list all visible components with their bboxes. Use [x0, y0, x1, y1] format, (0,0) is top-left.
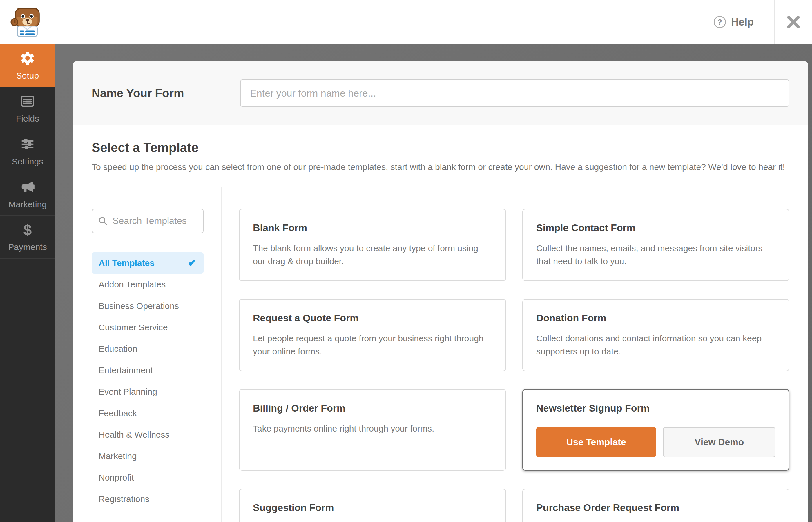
category-all-templates[interactable]: All Templates ✔ — [92, 252, 204, 274]
template-card-title: Suggestion Form — [253, 502, 492, 513]
template-card-title: Simple Contact Form — [536, 222, 775, 234]
sidebar-label: Marketing — [8, 200, 47, 209]
template-card-title: Newsletter Signup Form — [536, 403, 775, 414]
sliders-icon — [20, 136, 35, 152]
help-button[interactable]: ? Help — [714, 16, 774, 28]
category-addon-templates[interactable]: Addon Templates — [92, 274, 204, 295]
check-icon: ✔ — [188, 258, 197, 268]
template-card-newsletter-signup-form[interactable]: Newsletter Signup Form Use Template View… — [522, 389, 789, 471]
category-label: Entertainment — [99, 365, 153, 375]
blank-form-link[interactable]: blank form — [435, 162, 475, 172]
template-card-donation-form[interactable]: Donation Form Collect donations and cont… — [522, 299, 789, 371]
sidebar-label: Payments — [8, 242, 47, 252]
category-label: Customer Service — [99, 322, 168, 332]
use-template-button[interactable]: Use Template — [536, 427, 656, 457]
search-icon — [98, 216, 108, 226]
search-box — [92, 209, 204, 233]
template-card-description: Collect the names, emails, and messages … — [536, 242, 775, 268]
suggestion-link[interactable]: We’d love to hear it — [708, 162, 783, 172]
template-card-blank-form[interactable]: Blank Form The blank form allows you to … — [239, 209, 506, 281]
create-your-own-link[interactable]: create your own — [488, 162, 550, 172]
intro-text: ! — [783, 162, 785, 172]
category-label: Event Planning — [99, 387, 157, 397]
form-name-input[interactable] — [240, 79, 789, 107]
category-label: Health & Wellness — [99, 430, 170, 440]
category-label: Nonprofit — [99, 473, 134, 483]
template-card-description: Take payments online right through your … — [253, 422, 492, 435]
setup-panel: Name Your Form Select a Template To spee… — [73, 61, 808, 522]
sidebar-label: Fields — [16, 114, 39, 123]
bear-mascot-icon — [10, 5, 44, 39]
template-card-actions: Use Template View Demo — [536, 427, 775, 457]
category-feedback[interactable]: Feedback — [92, 403, 204, 424]
sidebar-item-fields[interactable]: Fields — [0, 87, 55, 130]
select-template-title: Select a Template — [92, 140, 789, 155]
template-card-title: Purchase Order Request Form — [536, 502, 775, 513]
template-category-list: All Templates ✔ Addon Templates Business… — [92, 252, 204, 510]
template-grid: Blank Form The blank form allows you to … — [239, 209, 789, 522]
builder-sidebar: Setup Fields Settings Marketing $ Paymen… — [0, 44, 55, 522]
sidebar-item-marketing[interactable]: Marketing — [0, 173, 55, 216]
select-template-intro: To speed up the process you can select f… — [92, 161, 789, 174]
category-customer-service[interactable]: Customer Service — [92, 317, 204, 338]
intro-text: To speed up the process you can select f… — [92, 162, 435, 172]
template-card-simple-contact-form[interactable]: Simple Contact Form Collect the names, e… — [522, 209, 789, 281]
view-demo-button[interactable]: View Demo — [663, 427, 775, 457]
template-card-billing-order-form[interactable]: Billing / Order Form Take payments onlin… — [239, 389, 506, 471]
dollar-icon: $ — [23, 222, 32, 238]
category-label: Registrations — [99, 494, 149, 504]
category-label: Education — [99, 344, 137, 354]
category-label: Marketing — [99, 451, 137, 461]
category-label: Addon Templates — [99, 280, 166, 289]
template-card-title: Billing / Order Form — [253, 403, 492, 414]
help-icon: ? — [714, 16, 726, 28]
help-label: Help — [731, 16, 754, 28]
gear-icon — [20, 51, 35, 66]
name-your-form-label: Name Your Form — [92, 87, 240, 100]
category-label: Business Operations — [99, 301, 179, 311]
sidebar-label: Setup — [16, 71, 39, 81]
template-card-request-quote-form[interactable]: Request a Quote Form Let people request … — [239, 299, 506, 371]
sidebar-label: Settings — [12, 157, 43, 166]
close-button[interactable] — [774, 0, 812, 44]
category-event-planning[interactable]: Event Planning — [92, 381, 204, 403]
name-your-form-section: Name Your Form — [73, 61, 808, 125]
category-label: Feedback — [99, 408, 137, 418]
template-card-suggestion-form[interactable]: Suggestion Form Gather site visitor sugg… — [239, 489, 506, 522]
template-card-title: Blank Form — [253, 222, 492, 234]
wpforms-logo — [0, 0, 55, 44]
category-health-wellness[interactable]: Health & Wellness — [92, 424, 204, 445]
builder-main-overlay: Name Your Form Select a Template To spee… — [55, 44, 812, 522]
template-filter-column: All Templates ✔ Addon Templates Business… — [92, 187, 222, 522]
top-bar: ? Help — [0, 0, 812, 44]
category-education[interactable]: Education — [92, 338, 204, 360]
template-card-title: Donation Form — [536, 312, 775, 324]
category-marketing[interactable]: Marketing — [92, 445, 204, 467]
intro-text: or — [475, 162, 488, 172]
sidebar-item-setup[interactable]: Setup — [0, 44, 55, 87]
category-business-operations[interactable]: Business Operations — [92, 295, 204, 317]
sidebar-item-settings[interactable]: Settings — [0, 130, 55, 173]
template-columns: All Templates ✔ Addon Templates Business… — [92, 187, 789, 522]
template-card-title: Request a Quote Form — [253, 312, 492, 324]
sidebar-item-payments[interactable]: $ Payments — [0, 216, 55, 259]
category-label: All Templates — [99, 258, 155, 268]
intro-text: . Have a suggestion for a new template? — [550, 162, 708, 172]
close-icon — [785, 14, 801, 30]
template-card-description: The blank form allows you to create any … — [253, 242, 492, 268]
fields-list-icon — [20, 93, 35, 109]
template-card-purchase-order-request-form[interactable]: Purchase Order Request Form Let your emp… — [522, 489, 789, 522]
category-registrations[interactable]: Registrations — [92, 488, 204, 510]
category-nonprofit[interactable]: Nonprofit — [92, 467, 204, 488]
megaphone-icon — [20, 179, 35, 195]
search-templates-input[interactable] — [92, 209, 204, 233]
category-entertainment[interactable]: Entertainment — [92, 360, 204, 381]
template-card-description: Collect donations and contact informatio… — [536, 332, 775, 358]
select-template-section: Select a Template To speed up the proces… — [73, 125, 808, 522]
template-grid-column: Blank Form The blank form allows you to … — [222, 187, 789, 522]
template-card-description: Let people request a quote from your bus… — [253, 332, 492, 358]
